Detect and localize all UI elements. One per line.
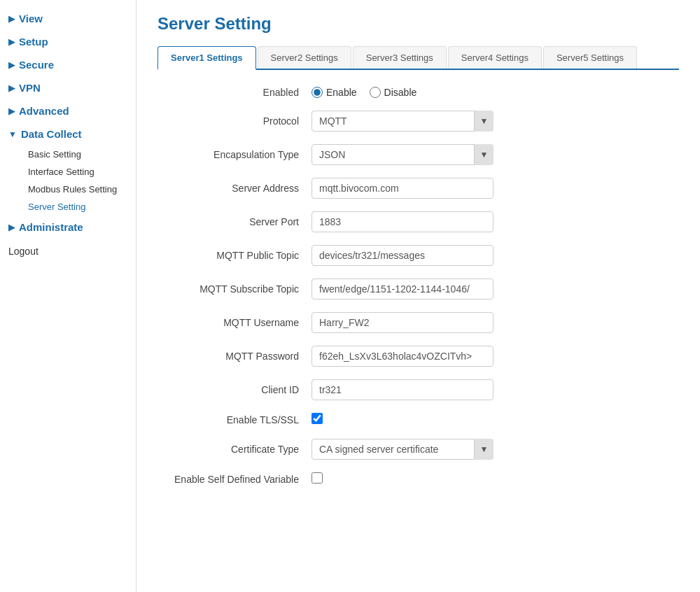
sidebar-item-label: Data Collect bbox=[21, 128, 82, 140]
tab-server5[interactable]: Server5 Settings bbox=[543, 46, 637, 69]
enable-self-defined-control bbox=[312, 472, 493, 486]
mqtt-public-topic-row: MQTT Public Topic bbox=[158, 245, 679, 266]
certificate-type-select[interactable]: CA signed server certificate Self-signed… bbox=[312, 439, 493, 460]
client-id-row: Client ID bbox=[158, 379, 679, 400]
certificate-type-control: CA signed server certificate Self-signed… bbox=[312, 439, 493, 460]
arrow-icon: ▶ bbox=[8, 14, 15, 24]
tab-server4[interactable]: Server4 Settings bbox=[448, 46, 542, 69]
sidebar-item-label: Advanced bbox=[19, 105, 69, 117]
enable-radio[interactable] bbox=[312, 87, 323, 98]
mqtt-subscribe-topic-label: MQTT Subscribe Topic bbox=[158, 283, 312, 295]
mqtt-username-row: MQTT Username bbox=[158, 312, 679, 333]
sidebar-item-vpn[interactable]: ▶ VPN bbox=[0, 76, 136, 99]
mqtt-subscribe-topic-row: MQTT Subscribe Topic bbox=[158, 279, 679, 299]
encapsulation-label: Encapsulation Type bbox=[158, 149, 312, 160]
certificate-type-row: Certificate Type CA signed server certif… bbox=[158, 439, 679, 460]
certificate-type-select-wrapper: CA signed server certificate Self-signed… bbox=[312, 439, 493, 460]
disable-radio[interactable] bbox=[370, 87, 381, 98]
client-id-input[interactable] bbox=[312, 379, 493, 400]
server-address-control bbox=[312, 178, 493, 199]
protocol-control: MQTT HTTP TCP ▼ bbox=[312, 111, 493, 132]
sidebar-item-basic-setting[interactable]: Basic Setting bbox=[20, 146, 136, 163]
sidebar-item-administrate[interactable]: ▶ Administrate bbox=[0, 216, 136, 239]
mqtt-username-control bbox=[312, 312, 493, 333]
arrow-icon: ▶ bbox=[8, 106, 15, 116]
encapsulation-control: JSON XML ▼ bbox=[312, 144, 493, 165]
client-id-control bbox=[312, 379, 493, 400]
mqtt-public-topic-label: MQTT Public Topic bbox=[158, 250, 312, 261]
mqtt-subscribe-topic-control bbox=[312, 279, 493, 299]
sidebar-item-server-setting[interactable]: Server Setting bbox=[20, 198, 136, 216]
tab-server1[interactable]: Server1 Settings bbox=[158, 46, 256, 70]
sidebar-item-setup[interactable]: ▶ Setup bbox=[0, 30, 136, 53]
sidebar-item-data-collect[interactable]: ▼ Data Collect bbox=[0, 122, 136, 146]
enable-self-defined-row: Enable Self Defined Variable bbox=[158, 472, 679, 486]
server-address-row: Server Address bbox=[158, 178, 679, 199]
server-address-input[interactable] bbox=[312, 178, 493, 199]
sidebar-item-view[interactable]: ▶ View bbox=[0, 7, 136, 30]
protocol-label: Protocol bbox=[158, 115, 312, 127]
arrow-icon: ▶ bbox=[8, 223, 15, 232]
logout-button[interactable]: Logout bbox=[0, 239, 136, 264]
mqtt-password-input[interactable] bbox=[312, 346, 493, 367]
tab-server3[interactable]: Server3 Settings bbox=[353, 46, 447, 69]
sidebar-item-secure[interactable]: ▶ Secure bbox=[0, 53, 136, 76]
protocol-row: Protocol MQTT HTTP TCP ▼ bbox=[158, 111, 679, 132]
client-id-label: Client ID bbox=[158, 384, 312, 395]
sidebar-item-label: VPN bbox=[19, 82, 41, 94]
mqtt-username-label: MQTT Username bbox=[158, 317, 312, 328]
arrow-icon: ▼ bbox=[8, 129, 17, 139]
disable-radio-label[interactable]: Disable bbox=[370, 87, 417, 98]
server-port-control bbox=[312, 211, 493, 232]
encapsulation-row: Encapsulation Type JSON XML ▼ bbox=[158, 144, 679, 165]
sidebar-submenu-data-collect: Basic Setting Interface Setting Modbus R… bbox=[0, 146, 136, 216]
enabled-row: Enabled Enable Disable bbox=[158, 87, 679, 98]
server-tabs: Server1 Settings Server2 Settings Server… bbox=[158, 46, 679, 70]
enable-tls-row: Enable TLS/SSL bbox=[158, 413, 679, 426]
tab-server2[interactable]: Server2 Settings bbox=[258, 46, 351, 69]
enable-tls-control bbox=[312, 413, 493, 426]
arrow-icon: ▶ bbox=[8, 83, 15, 93]
sidebar-item-advanced[interactable]: ▶ Advanced bbox=[0, 99, 136, 122]
protocol-select[interactable]: MQTT HTTP TCP bbox=[312, 111, 493, 132]
certificate-type-label: Certificate Type bbox=[158, 444, 312, 455]
encapsulation-select-wrapper: JSON XML ▼ bbox=[312, 144, 493, 165]
sidebar-item-label: Setup bbox=[19, 36, 48, 48]
protocol-select-wrapper: MQTT HTTP TCP ▼ bbox=[312, 111, 493, 132]
enable-tls-checkbox[interactable] bbox=[312, 413, 323, 424]
server-port-input[interactable] bbox=[312, 211, 493, 232]
enable-self-defined-label: Enable Self Defined Variable bbox=[158, 474, 312, 485]
sidebar-item-label: Secure bbox=[19, 59, 54, 71]
enable-radio-label[interactable]: Enable bbox=[312, 87, 357, 98]
arrow-icon: ▶ bbox=[8, 60, 15, 70]
mqtt-subscribe-topic-input[interactable] bbox=[312, 279, 493, 299]
mqtt-public-topic-control bbox=[312, 245, 493, 266]
server-port-label: Server Port bbox=[158, 216, 312, 227]
main-content: Server Setting Server1 Settings Server2 … bbox=[136, 0, 700, 592]
enabled-label: Enabled bbox=[158, 87, 312, 98]
page-title: Server Setting bbox=[158, 14, 679, 34]
sidebar-item-interface-setting[interactable]: Interface Setting bbox=[20, 163, 136, 181]
enabled-control: Enable Disable bbox=[312, 87, 493, 98]
mqtt-password-control bbox=[312, 346, 493, 367]
mqtt-password-label: MQTT Password bbox=[158, 351, 312, 362]
mqtt-password-row: MQTT Password bbox=[158, 346, 679, 367]
enable-self-defined-checkbox[interactable] bbox=[312, 472, 323, 484]
sidebar-item-modbus-rules[interactable]: Modbus Rules Setting bbox=[20, 181, 136, 198]
enable-tls-label: Enable TLS/SSL bbox=[158, 414, 312, 425]
encapsulation-select[interactable]: JSON XML bbox=[312, 144, 493, 165]
sidebar-item-label: Administrate bbox=[19, 221, 83, 233]
arrow-icon: ▶ bbox=[8, 37, 15, 47]
server-address-label: Server Address bbox=[158, 183, 312, 194]
mqtt-public-topic-input[interactable] bbox=[312, 245, 493, 266]
sidebar: ▶ View ▶ Setup ▶ Secure ▶ VPN ▶ Advanced… bbox=[0, 0, 136, 592]
mqtt-username-input[interactable] bbox=[312, 312, 493, 333]
sidebar-item-label: View bbox=[19, 13, 43, 24]
server-port-row: Server Port bbox=[158, 211, 679, 232]
